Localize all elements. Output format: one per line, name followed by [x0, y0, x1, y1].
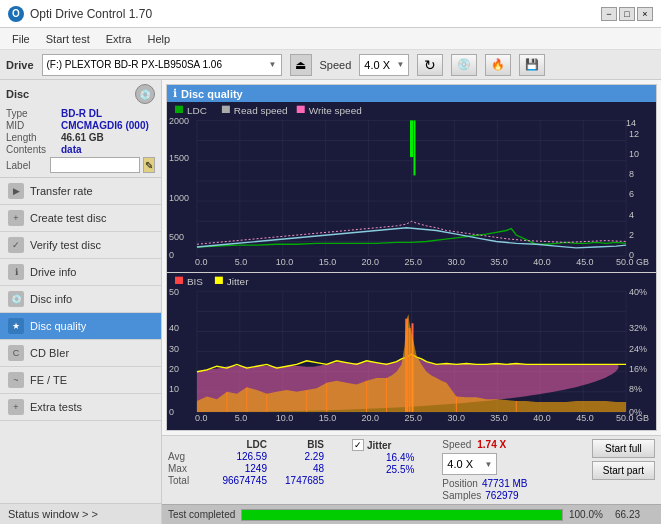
speed-position-stats: Speed 1.74 X 4.0 X ▼ Position 47731 MB S…	[442, 439, 527, 501]
menu-help[interactable]: Help	[139, 31, 178, 47]
svg-text:500: 500	[169, 232, 184, 242]
start-full-button[interactable]: Start full	[592, 439, 655, 458]
disc-quality-icon: ★	[8, 318, 24, 334]
samples-label: Samples	[442, 490, 481, 501]
jitter-avg-row: 16.4%	[352, 452, 414, 463]
drive-label: Drive	[6, 59, 34, 71]
length-value: 46.61 GB	[61, 132, 104, 143]
mid-label: MID	[6, 120, 61, 131]
nav-label-create-test-disc: Create test disc	[30, 212, 106, 224]
svg-text:16%: 16%	[629, 364, 647, 374]
svg-rect-3	[222, 106, 230, 113]
position-label: Position	[442, 478, 478, 489]
svg-text:2000: 2000	[169, 116, 189, 126]
svg-text:40.0: 40.0	[533, 413, 551, 423]
svg-rect-53	[175, 276, 183, 283]
type-value: BD-R DL	[61, 108, 102, 119]
jitter-checkbox[interactable]: ✓	[352, 439, 364, 451]
svg-text:25.0: 25.0	[405, 413, 423, 423]
burn-button[interactable]: 🔥	[485, 54, 511, 76]
nav-label-transfer-rate: Transfer rate	[30, 185, 93, 197]
content-area: ℹ Disc quality LDC Read speed Write spee…	[162, 80, 661, 524]
stats-bar: LDC BIS Avg 126.59 2.29 Max 1249 48 Tota…	[162, 435, 661, 504]
svg-text:Write speed: Write speed	[309, 105, 362, 116]
svg-text:40.0: 40.0	[533, 258, 551, 268]
svg-text:12: 12	[629, 129, 639, 139]
sidebar-item-fe-te[interactable]: ~ FE / TE	[0, 367, 161, 394]
menu-extra[interactable]: Extra	[98, 31, 140, 47]
svg-text:10: 10	[169, 384, 179, 394]
svg-text:50: 50	[169, 287, 179, 297]
samples-row: Samples 762979	[442, 490, 527, 501]
drive-info-icon: ℹ	[8, 264, 24, 280]
close-button[interactable]: ×	[637, 7, 653, 21]
svg-text:25.0: 25.0	[405, 258, 423, 268]
refresh-button[interactable]: ↻	[417, 54, 443, 76]
max-row: Max 1249 48	[168, 463, 324, 474]
create-test-disc-icon: +	[8, 210, 24, 226]
nav-label-verify-test-disc: Verify test disc	[30, 239, 101, 251]
sidebar-item-verify-test-disc[interactable]: ✓ Verify test disc	[0, 232, 161, 259]
title-bar-controls: − □ ×	[601, 7, 653, 21]
sidebar-item-drive-info[interactable]: ℹ Drive info	[0, 259, 161, 286]
speed-select-row: 4.0 X ▼	[442, 453, 527, 475]
samples-value: 762979	[485, 490, 518, 501]
svg-text:40%: 40%	[629, 287, 647, 297]
progress-bar	[241, 509, 563, 521]
speed-dropdown[interactable]: 4.0 X ▼	[359, 54, 409, 76]
svg-text:20.0: 20.0	[362, 258, 380, 268]
svg-text:4: 4	[629, 210, 634, 220]
speed-select-dropdown[interactable]: 4.0 X ▼	[442, 453, 497, 475]
sidebar-item-disc-quality[interactable]: ★ Disc quality	[0, 313, 161, 340]
maximize-button[interactable]: □	[619, 7, 635, 21]
save-button[interactable]: 💾	[519, 54, 545, 76]
svg-rect-1	[175, 106, 183, 113]
transfer-rate-icon: ▶	[8, 183, 24, 199]
total-row: Total 96674745 1747685	[168, 475, 324, 486]
minimize-button[interactable]: −	[601, 7, 617, 21]
disc-contents-row: Contents data	[6, 144, 155, 155]
svg-text:Read speed: Read speed	[234, 105, 288, 116]
sidebar-item-create-test-disc[interactable]: + Create test disc	[0, 205, 161, 232]
total-label: Total	[168, 475, 200, 486]
drive-eject-button[interactable]: ⏏	[290, 54, 312, 76]
sidebar-item-disc-info[interactable]: 💿 Disc info	[0, 286, 161, 313]
svg-text:Jitter: Jitter	[227, 276, 249, 287]
status-window-label: Status window > >	[8, 508, 98, 520]
title-bar: O Opti Drive Control 1.70 − □ ×	[0, 0, 661, 28]
label-input[interactable]	[50, 157, 140, 173]
position-value: 47731 MB	[482, 478, 528, 489]
svg-text:20.0: 20.0	[362, 413, 380, 423]
menu-file[interactable]: File	[4, 31, 38, 47]
status-window-button[interactable]: Status window > >	[0, 503, 161, 524]
nav-label-fe-te: FE / TE	[30, 374, 67, 386]
svg-text:1000: 1000	[169, 193, 189, 203]
label-button[interactable]: ✎	[143, 157, 155, 173]
menu-start-test[interactable]: Start test	[38, 31, 98, 47]
svg-text:0: 0	[169, 250, 174, 260]
svg-text:14: 14	[626, 118, 636, 128]
app-icon: O	[8, 6, 24, 22]
speed-stat-label: Speed	[442, 439, 471, 450]
svg-text:6: 6	[629, 190, 634, 200]
sidebar-item-transfer-rate[interactable]: ▶ Transfer rate	[0, 178, 161, 205]
chart-icon: ℹ	[173, 87, 177, 100]
nav-label-extra-tests: Extra tests	[30, 401, 82, 413]
disc-icon[interactable]: 💿	[135, 84, 155, 104]
disc-button[interactable]: 💿	[451, 54, 477, 76]
sidebar-item-cd-bier[interactable]: C CD BIer	[0, 340, 161, 367]
svg-text:0: 0	[169, 407, 174, 417]
sidebar-item-extra-tests[interactable]: + Extra tests	[0, 394, 161, 421]
start-part-button[interactable]: Start part	[592, 461, 655, 480]
svg-text:10.0: 10.0	[276, 258, 294, 268]
drive-dropdown[interactable]: (F:) PLEXTOR BD-R PX-LB950SA 1.06 ▼	[42, 54, 282, 76]
chart-title-bar: ℹ Disc quality	[167, 85, 656, 102]
position-row: Position 47731 MB	[442, 478, 527, 489]
nav-label-cd-bier: CD BIer	[30, 347, 69, 359]
contents-label: Contents	[6, 144, 61, 155]
ldc-total: 96674745	[202, 475, 267, 486]
svg-rect-5	[297, 106, 305, 113]
status-text: Test completed	[168, 509, 235, 520]
nav-label-disc-quality: Disc quality	[30, 320, 86, 332]
main-layout: Disc 💿 Type BD-R DL MID CMCMAGDI6 (000) …	[0, 80, 661, 524]
